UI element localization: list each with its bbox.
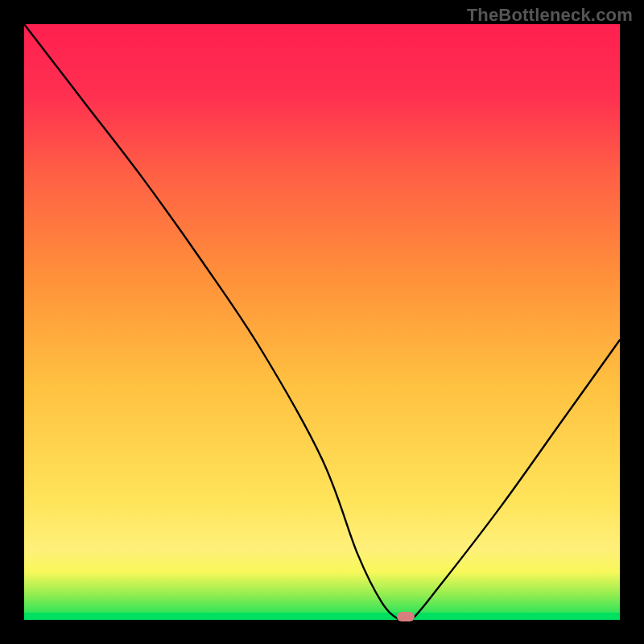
watermark-text: TheBottleneck.com [467,5,633,26]
chart-frame: TheBottleneck.com [0,0,644,644]
bottleneck-curve [24,24,620,620]
optimal-marker [397,612,415,621]
plot-area [24,24,620,620]
